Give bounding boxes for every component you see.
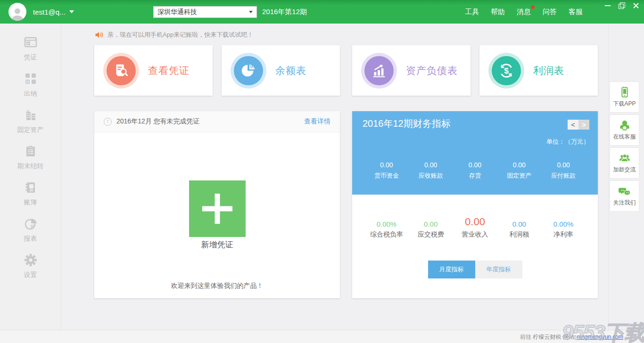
sidebar-item-settings[interactable]: 设置 (0, 248, 61, 284)
balance-table-icon (234, 56, 263, 85)
sidebar-item-reports[interactable]: 报表 (0, 212, 61, 248)
sidebar-item-label: 报表 (24, 235, 37, 243)
stat-profit: 0.00 利润额 (497, 216, 541, 239)
card-label: 余额表 (275, 64, 306, 77)
indicator-tabs: 月度指标 年度指标 (428, 261, 522, 278)
follow-us-icon (619, 185, 631, 197)
profit-table-icon: $ (492, 56, 521, 85)
notification-dot (531, 5, 535, 9)
menu-support[interactable]: 客服 (569, 8, 583, 16)
user-menu[interactable]: test1@q... (33, 0, 74, 24)
add-voucher-button[interactable] (189, 180, 246, 237)
stat-net-profit-rate: 0.00% 净利率 (541, 216, 586, 239)
balance-sheet-icon (364, 56, 394, 85)
sidebar-item-label: 设置 (24, 271, 37, 279)
svg-text:$: $ (30, 189, 32, 192)
ningmengyun-link[interactable]: ningmengyun.com (577, 334, 623, 340)
svg-text:...: ... (32, 41, 35, 46)
footer-text: 前往 柠檬云财税 网站 ningmengyun.com (520, 330, 623, 343)
stat-accounts-payable: 0.00 应付账款 (541, 161, 586, 180)
svg-text:...: ... (33, 36, 36, 41)
stat-monetary-funds: 0.00 货币资金 (364, 161, 409, 180)
card-label: 查看凭证 (148, 64, 190, 77)
view-voucher-icon (107, 56, 136, 85)
follow-us-button[interactable]: 关注我们 (610, 180, 639, 212)
voucher-icon: $ ... ... (23, 35, 38, 50)
chevron-down-icon (69, 10, 74, 13)
card-balance-sheet[interactable]: 资产负债表 (352, 45, 471, 96)
app-window: test1@q... 深圳华通科技 2016年第12期 工具 帮助 消息 问答 … (0, 0, 644, 343)
cashier-icon: ¥ (23, 71, 38, 86)
card-view-voucher[interactable]: 查看凭证 (94, 45, 213, 96)
speaker-icon (94, 30, 104, 40)
info-icon: ! (104, 118, 112, 126)
next-period-button[interactable]: > (578, 120, 589, 130)
voucher-panel-header: ! 2016年12月 您有未完成凭证 查看详情 (94, 111, 340, 132)
svg-text:$: $ (504, 66, 509, 75)
sidebar-item-period-end[interactable]: 期末结转 (0, 139, 61, 175)
finance-panel-title: 2016年12期财务指标 (363, 117, 451, 130)
sidebar-item-ledger[interactable]: $ 账簿 (0, 175, 61, 212)
stat-fixed-assets: 0.00 固定资产 (497, 161, 541, 180)
close-button[interactable] (632, 2, 640, 9)
tab-yearly-indicators[interactable]: 年度指标 (475, 261, 522, 278)
period-end-icon (23, 144, 38, 159)
minimize-button[interactable] (603, 2, 612, 9)
menu-help[interactable]: 帮助 (491, 8, 505, 16)
top-menu: 工具 帮助 消息 问答 客服 (465, 0, 583, 24)
reports-icon (23, 216, 38, 231)
download-app-icon (619, 86, 631, 98)
menu-messages[interactable]: 消息 (517, 8, 531, 16)
download-app-button[interactable]: 下载APP (610, 82, 639, 113)
select-arrow-icon (249, 11, 253, 13)
username: test1@q... (33, 8, 66, 16)
join-group-icon (619, 152, 631, 164)
restore-button[interactable] (618, 2, 626, 9)
period-nav: < > (568, 120, 589, 130)
card-balance-table[interactable]: 余额表 (222, 45, 340, 96)
settings-icon (23, 253, 38, 268)
company-select[interactable]: 深圳华通科技 (153, 6, 257, 18)
menu-tools[interactable]: 工具 (465, 8, 479, 16)
ledger-icon: $ (23, 180, 38, 195)
join-group-button[interactable]: 加群交流 (610, 147, 639, 179)
notice-text: 亲，现在可以用手机App来记账啦，快来下载试试吧！ (107, 31, 253, 39)
prev-period-button[interactable]: < (568, 120, 578, 130)
sidebar-item-label: 账簿 (24, 198, 37, 207)
side-toolbar: 下载APP 在线客服 加群交流 (610, 82, 639, 212)
tab-monthly-indicators[interactable]: 月度指标 (428, 261, 475, 278)
footer: 前往 柠檬云财税 网站 ningmengyun.com (0, 330, 644, 343)
view-details-link[interactable]: 查看详情 (304, 117, 330, 126)
content-divider (608, 24, 609, 330)
stat-inventory: 0.00 存货 (453, 161, 497, 180)
online-service-icon (619, 119, 631, 131)
sidebar-item-voucher[interactable]: $ ... ... 凭证 (0, 30, 61, 66)
topbar: test1@q... 深圳华通科技 2016年第12期 工具 帮助 消息 问答 … (0, 0, 644, 24)
unit-label: 单位：（万元） (546, 138, 589, 146)
sidebar-item-cashier[interactable]: ¥ 出纳 (0, 66, 61, 103)
stat-tax-burden-rate: 0.00% 综合税负率 (364, 216, 409, 239)
notice-bar: 亲，现在可以用手机App来记账啦，快来下载试试吧！ (94, 28, 253, 41)
welcome-text: 欢迎来到这里体验我们的产品！ (94, 282, 340, 290)
sidebar-item-fixed-assets[interactable]: 固定资产 (0, 103, 61, 139)
card-profit-table[interactable]: $ 利润表 (479, 45, 598, 96)
white-stats-row: 0.00% 综合税负率 0.00 应交税费 0.00 营业收入 0.00 利润额… (352, 216, 598, 239)
fixed-assets-icon (23, 107, 38, 122)
stat-operating-revenue: 0.00 营业收入 (453, 216, 497, 239)
card-label: 资产负债表 (406, 64, 458, 77)
card-label: 利润表 (533, 64, 564, 77)
user-icon (9, 6, 25, 21)
blue-stats-row: 0.00 货币资金 0.00 应收账款 0.00 存货 0.00 固定资产 0.… (352, 161, 598, 180)
avatar[interactable] (8, 3, 26, 21)
sidebar-item-label: 期末结转 (17, 162, 44, 171)
finance-panel: 2016年12期财务指标 < > 单位：（万元） 0.00 货币资金 0.00 … (352, 111, 598, 298)
add-voucher-label: 新增凭证 (94, 239, 340, 250)
online-service-button[interactable]: 在线客服 (610, 114, 639, 146)
company-select-value: 深圳华通科技 (157, 8, 197, 16)
stat-tax-payable: 0.00 应交税费 (409, 216, 453, 239)
voucher-panel: ! 2016年12月 您有未完成凭证 查看详情 新增凭证 欢迎来到这里体验我们的… (94, 111, 340, 298)
stat-accounts-receivable: 0.00 应收账款 (409, 161, 453, 180)
menu-qa[interactable]: 问答 (543, 8, 557, 16)
sidebar-item-label: 凭证 (24, 53, 37, 62)
window-controls (603, 2, 640, 9)
